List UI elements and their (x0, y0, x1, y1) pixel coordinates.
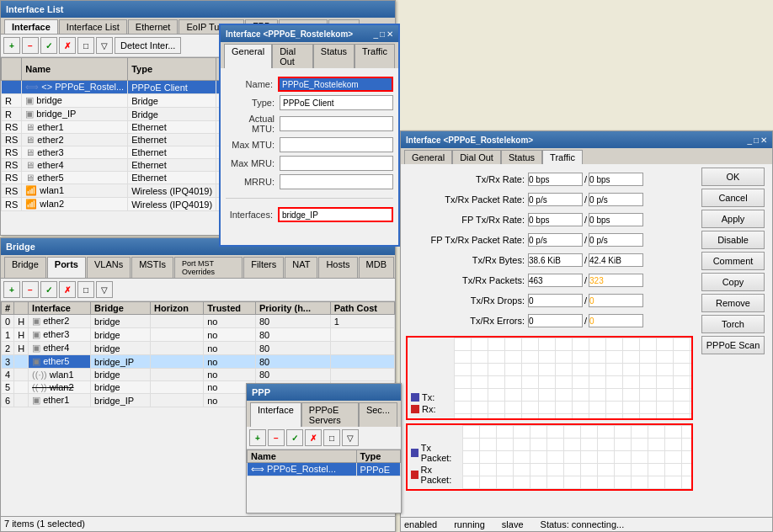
fp-rx-pktrate-input[interactable] (589, 233, 643, 247)
rx-pktrate-input[interactable] (589, 193, 643, 206)
traffic-tab-general[interactable]: General (404, 150, 452, 164)
pppoe-tab-status[interactable]: Status (313, 44, 355, 68)
bridge-filter[interactable]: ▽ (96, 281, 113, 298)
pppoe-name-input[interactable] (278, 77, 393, 92)
col-name[interactable]: Name (22, 58, 128, 81)
traffic-tab-status[interactable]: Status (501, 150, 542, 164)
col-trusted[interactable]: Trusted (204, 302, 256, 315)
tx-rate-input[interactable] (528, 173, 583, 186)
add-button[interactable]: + (3, 37, 20, 54)
pppoe-close[interactable]: ✕ (386, 29, 393, 39)
bridge-row[interactable]: 0 H ▣ ether2 bridge no 80 1 (2, 315, 395, 328)
bridge-row[interactable]: 4 ((·)) wlan1 bridge no 80 (2, 369, 395, 381)
pppoe-tab-traffic[interactable]: Traffic (355, 44, 395, 68)
bridge-row-horizon (151, 315, 204, 328)
pppoe-scan-button[interactable]: PPPoE Scan (701, 336, 765, 354)
traffic-tab-dialout[interactable]: Dial Out (452, 150, 501, 164)
bridge-cross[interactable]: ✗ (59, 281, 76, 298)
ppp-col-type[interactable]: Type (356, 450, 400, 463)
tab-bridge[interactable]: Bridge (4, 257, 46, 278)
fp-tx-rate-input[interactable] (528, 213, 583, 226)
bridge-copy[interactable]: □ (77, 281, 94, 298)
pppoe-mrru-input[interactable] (280, 174, 393, 189)
bridge-add[interactable]: + (3, 281, 20, 298)
tab-interface-list[interactable]: Interface List (59, 19, 127, 34)
rx-drops-input[interactable] (589, 294, 643, 307)
ppp-tab-interface[interactable]: Interface (250, 402, 301, 427)
ppp-tab-sec[interactable]: Sec... (359, 402, 397, 427)
comment-button[interactable]: Comment (701, 252, 765, 270)
tab-ports[interactable]: Ports (47, 257, 86, 278)
col-horizon[interactable]: Horizon (151, 302, 204, 315)
rx-bytes-input[interactable] (589, 253, 643, 267)
col-interface[interactable]: Interface (29, 302, 91, 315)
bridge-row[interactable]: 2 H ▣ ether4 bridge no 80 (2, 342, 395, 355)
torch-button[interactable]: Torch (701, 315, 765, 333)
tab-port-mst[interactable]: Port MST Overrides (174, 257, 243, 278)
tab-vlans[interactable]: VLANs (87, 257, 131, 278)
filter-button[interactable]: ▽ (96, 37, 113, 54)
tab-mstis[interactable]: MSTIs (131, 257, 173, 278)
ppp-cross[interactable]: ✗ (305, 429, 322, 446)
pppoe-interfaces-input[interactable] (278, 207, 393, 222)
rx-errors-input[interactable] (589, 314, 643, 327)
col-bridge[interactable]: Bridge (91, 302, 151, 315)
ppp-tab-pppoe[interactable]: PPPoE Servers (301, 402, 359, 427)
rx-pkts-input[interactable] (589, 274, 643, 287)
pppoe-maximize[interactable]: □ (380, 29, 385, 39)
remove-button[interactable]: − (22, 37, 39, 54)
bridge-row-num: 5 (2, 381, 14, 394)
col-type[interactable]: Type (128, 58, 216, 81)
tx-pktrate-input[interactable] (528, 193, 583, 206)
tx-bytes-input[interactable] (528, 253, 583, 267)
pppoe-tab-dialout[interactable]: Dial Out (272, 44, 313, 68)
apply-button[interactable]: Apply (701, 210, 765, 228)
traffic-close[interactable]: ✕ (760, 136, 767, 145)
cross-button[interactable]: ✗ (59, 37, 76, 54)
detect-button[interactable]: Detect Inter... (115, 37, 181, 54)
ppp-remove[interactable]: − (268, 429, 285, 446)
ppp-col-name[interactable]: Name (248, 450, 357, 463)
pppoe-maxmru-input[interactable] (280, 156, 393, 171)
check-button[interactable]: ✓ (40, 37, 57, 54)
ok-button[interactable]: OK (701, 168, 765, 186)
tab-filters[interactable]: Filters (243, 257, 284, 278)
ppp-add[interactable]: + (249, 429, 266, 446)
col-path-cost[interactable]: Path Cost (330, 302, 394, 315)
tab-mdb[interactable]: MDB (359, 257, 394, 278)
tx-drops-input[interactable] (528, 294, 583, 307)
bridge-row[interactable]: 1 H ▣ ether3 bridge no 80 (2, 328, 395, 342)
traffic-maximize[interactable]: □ (754, 136, 759, 145)
traffic-minimize[interactable]: _ (747, 136, 752, 145)
ppp-filter[interactable]: ▽ (342, 429, 359, 446)
ppp-row[interactable]: ⟺ PPPoE_Rostel... PPPoE (248, 463, 401, 476)
traffic-tab-traffic[interactable]: Traffic (542, 150, 583, 164)
remove-button-traffic[interactable]: Remove (701, 294, 765, 312)
bridge-status-text: 7 items (1 selected) (4, 519, 85, 529)
copy-button-traffic[interactable]: Copy (701, 273, 765, 291)
tab-ethernet[interactable]: Ethernet (128, 19, 179, 34)
bridge-remove[interactable]: − (22, 281, 39, 298)
pppoe-maxmtu-input[interactable] (280, 137, 393, 152)
tab-hosts[interactable]: Hosts (318, 257, 357, 278)
pppoe-tab-general[interactable]: General (224, 44, 272, 68)
ppp-copy[interactable]: □ (323, 429, 340, 446)
tab-interface[interactable]: Interface (4, 19, 58, 34)
col-priority[interactable]: Priority (h... (255, 302, 330, 315)
tx-errors-input[interactable] (528, 314, 583, 327)
ppp-check[interactable]: ✓ (286, 429, 303, 446)
cancel-button[interactable]: Cancel (701, 189, 765, 207)
tx-pkts-input[interactable] (528, 274, 583, 287)
fp-tx-pktrate-input[interactable] (528, 233, 583, 247)
pppoe-minimize[interactable]: _ (373, 29, 378, 39)
bridge-check[interactable]: ✓ (40, 281, 57, 298)
tab-nat[interactable]: NAT (285, 257, 317, 278)
bridge-row[interactable]: 3 ▣ ether5 bridge_IP no 80 (2, 355, 395, 369)
rx-rate-input[interactable] (589, 173, 643, 186)
row-type: PPPoE Client (128, 81, 216, 94)
pppoe-type-input[interactable] (280, 95, 393, 110)
fp-rx-rate-input[interactable] (589, 213, 643, 226)
copy-button[interactable]: □ (77, 37, 94, 54)
pppoe-mtu-input[interactable] (280, 116, 393, 131)
disable-button[interactable]: Disable (701, 231, 765, 249)
